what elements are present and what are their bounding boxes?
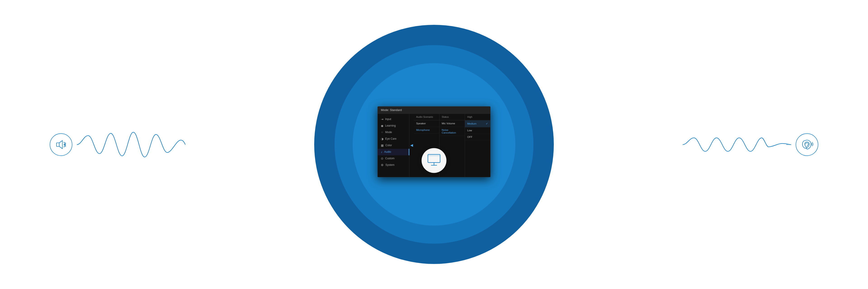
sidebar-system-label: System [385,163,395,167]
svg-line-2 [64,142,66,143]
sidebar-item-learning[interactable]: ◉ Learning [378,122,409,129]
monitor-icon [426,152,442,168]
status-mic-volume[interactable]: Mic Volume [439,120,465,127]
sidebar-item-mode[interactable]: ⁘ Mode [378,129,409,136]
wave-left [77,131,185,158]
speaker-icon-container [50,133,72,156]
value-medium[interactable]: Medium [465,120,490,127]
system-icon: ⚙ [381,163,383,167]
sidebar-item-color[interactable]: ▦ Color [378,142,409,149]
sidebar-color-label: Color [385,144,392,147]
sidebar-custom-label: Custom [385,157,395,160]
sidebar-item-input[interactable]: ⇥ Input [378,116,409,122]
scenario-speaker[interactable]: Speaker [414,120,439,127]
sidebar-input-label: Input [385,117,391,121]
mode-icon: ⁘ [381,131,383,134]
col2-header: Status [439,114,465,120]
svg-marker-1 [59,141,62,149]
scenario-microphone[interactable]: Microphone [414,127,439,133]
col1-header: Audio Scenario [414,114,439,120]
ear-icon [801,138,813,151]
value-low[interactable]: Low [465,127,490,134]
sidebar-item-eyecare[interactable]: ◑ Eye Care [378,136,409,142]
value-off[interactable]: OFF [465,134,490,140]
monitor-illustration-wrapper [422,148,446,173]
wave-right [683,131,791,158]
audio-icon: ♪ [381,150,382,154]
svg-line-4 [64,146,66,147]
monitor-circle [422,148,446,173]
eyecare-icon: ◑ [381,137,383,141]
sidebar-item-audio[interactable]: ♪ Audio [378,149,409,155]
sidebar-audio-label: Audio [384,150,391,153]
status-noise-cancel[interactable]: Noise Cancellation [439,127,465,136]
osd-title: Mode: Standard [381,108,402,112]
osd-titlebar: Mode: Standard [378,107,490,114]
ear-icon-container [796,133,818,156]
svg-rect-0 [57,143,59,146]
sidebar-learning-label: Learning [385,124,396,127]
osd-col-values: High Medium Low OFF [465,114,490,177]
osd-sidebar: ⇥ Input ◉ Learning ⁘ Mode ◑ Eye Care ▦ C… [378,114,409,177]
sidebar-eyecare-label: Eye Care [385,137,397,140]
learning-icon: ◉ [381,124,383,128]
sidebar-item-custom[interactable]: ⊙ Custom [378,155,409,162]
sidebar-mode-label: Mode [385,131,392,134]
speaker-icon [55,138,67,151]
color-icon: ▦ [381,144,383,147]
sidebar-item-system[interactable]: ⚙ System [378,162,409,168]
input-icon: ⇥ [381,117,383,121]
col3-header: High [465,114,490,120]
custom-icon: ⊙ [381,157,383,160]
content-arrow: ◀ [409,114,414,177]
